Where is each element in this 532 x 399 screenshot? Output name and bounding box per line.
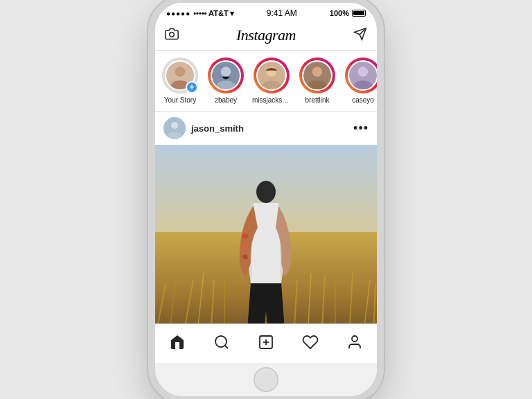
story-item-brettlink[interactable]: brettlink xyxy=(298,57,337,104)
svg-point-0 xyxy=(170,32,175,37)
missjackso-avatar xyxy=(256,60,287,91)
svg-line-27 xyxy=(363,280,370,323)
svg-line-24 xyxy=(321,276,325,323)
post-image xyxy=(155,145,377,323)
svg-point-6 xyxy=(221,66,231,77)
zbabey-ring xyxy=(208,57,244,94)
svg-line-20 xyxy=(211,280,214,323)
svg-point-12 xyxy=(358,66,369,77)
post-username: jason_smith xyxy=(191,123,244,134)
nav-add-post[interactable] xyxy=(251,330,281,355)
svg-point-10 xyxy=(312,66,323,77)
signal-area: ●●●●● ••••• AT&T ▾ xyxy=(166,9,234,18)
zbabey-avatar xyxy=(211,60,241,91)
svg-line-18 xyxy=(183,280,193,323)
story-item-missjackso[interactable]: missjackso... xyxy=(252,57,291,104)
missjackso-ring xyxy=(254,57,290,94)
post-more-button[interactable]: ••• xyxy=(353,121,369,136)
battery-percent: 100% xyxy=(330,9,349,17)
battery-fill xyxy=(353,11,364,15)
bottom-nav xyxy=(155,323,377,363)
home-button-bar xyxy=(155,363,377,396)
svg-point-37 xyxy=(352,336,357,342)
post-jason-smith: jason_smith ••• xyxy=(155,112,377,323)
caseyo-avatar xyxy=(348,60,377,91)
svg-line-19 xyxy=(197,273,204,323)
missjackso-label: missjackso... xyxy=(252,96,291,104)
svg-line-23 xyxy=(308,273,311,323)
brettlink-avatar xyxy=(302,60,332,91)
nav-activity[interactable] xyxy=(295,330,326,355)
direct-message-button[interactable] xyxy=(353,27,367,44)
svg-line-26 xyxy=(349,273,353,323)
stories-section: + Your Story xyxy=(155,51,377,112)
post-avatar xyxy=(163,117,186,139)
svg-point-4 xyxy=(175,66,186,77)
app-header: Instagram xyxy=(155,21,377,51)
battery-area: 100% xyxy=(330,9,366,17)
missjackso-avatar-wrap xyxy=(254,57,290,94)
nav-home[interactable] xyxy=(162,330,193,355)
battery-icon xyxy=(352,10,366,17)
signal-strength: ●●●●● xyxy=(166,10,190,17)
svg-line-22 xyxy=(294,280,297,323)
svg-line-28 xyxy=(373,283,375,323)
brettlink-label: brettlink xyxy=(305,96,329,104)
zbabey-label: zbabey xyxy=(215,96,237,104)
svg-line-17 xyxy=(169,276,176,323)
your-story-avatar-wrap: + xyxy=(162,57,198,94)
svg-line-16 xyxy=(155,283,166,323)
home-button[interactable] xyxy=(254,367,278,392)
story-item-zbabey[interactable]: zbabey xyxy=(206,57,245,104)
caseyo-label: caseyo xyxy=(352,96,374,104)
svg-point-14 xyxy=(171,122,178,129)
phone-frame: ●●●●● ••••• AT&T ▾ 9:41 AM 100% Instagra… xyxy=(155,3,377,396)
your-story-label: Your Story xyxy=(164,96,196,104)
add-story-badge: + xyxy=(186,81,198,94)
brettlink-ring xyxy=(299,57,335,94)
nav-profile[interactable] xyxy=(339,330,370,355)
status-bar: ●●●●● ••••• AT&T ▾ 9:41 AM 100% xyxy=(155,3,377,21)
zbabey-avatar-wrap xyxy=(208,57,244,94)
camera-button[interactable] xyxy=(165,27,179,44)
nav-search[interactable] xyxy=(206,330,237,355)
svg-point-15 xyxy=(256,181,276,203)
feed: jason_smith ••• xyxy=(155,112,377,323)
brettlink-avatar-wrap xyxy=(299,57,335,94)
svg-line-33 xyxy=(225,346,228,348)
story-item-your-story[interactable]: + Your Story xyxy=(161,57,200,104)
svg-point-32 xyxy=(215,336,227,347)
caseyo-avatar-wrap xyxy=(345,57,377,94)
carrier-label: ••••• AT&T xyxy=(193,9,228,17)
wheat-overlay xyxy=(155,242,377,323)
caseyo-ring xyxy=(345,57,377,94)
post-header: jason_smith ••• xyxy=(155,112,377,145)
time-display: 9:41 AM xyxy=(267,8,297,18)
post-user-info[interactable]: jason_smith xyxy=(163,117,244,139)
story-item-caseyo[interactable]: caseyo xyxy=(344,57,377,104)
app-logo: Instagram xyxy=(236,26,296,44)
wifi-icon: ▾ xyxy=(230,9,234,18)
